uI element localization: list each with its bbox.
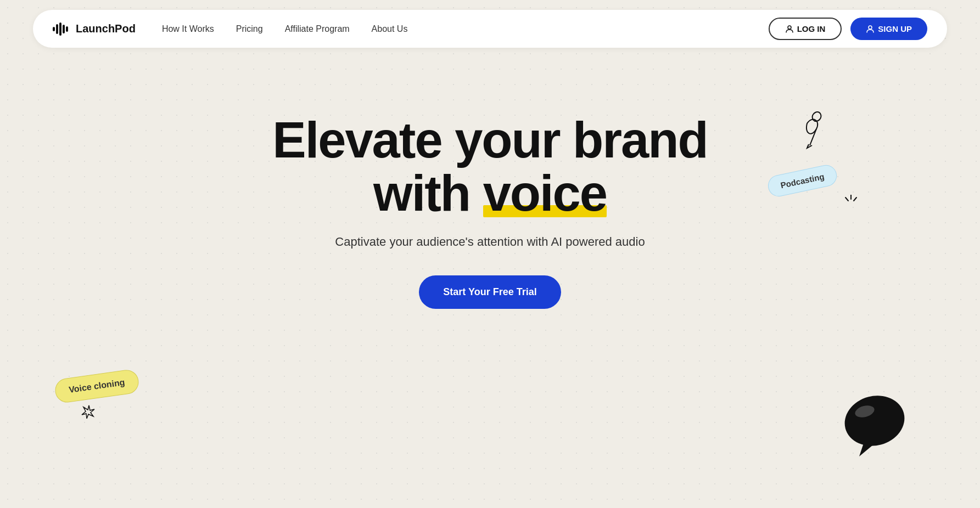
login-label: LOG IN (797, 24, 826, 33)
cta-button[interactable]: Start Your Free Trial (419, 275, 561, 309)
svg-point-5 (788, 26, 791, 29)
voice-cloning-decoration: Voice cloning (55, 374, 139, 398)
spark-decoration (81, 404, 97, 423)
user-plus-icon (866, 25, 875, 33)
logo-text: LaunchPod (76, 22, 136, 35)
nav-link-pricing[interactable]: Pricing (236, 24, 263, 33)
user-icon (785, 25, 794, 33)
nav-link-about[interactable]: About Us (372, 24, 408, 33)
hero-title-line1: Elevate your brand (272, 112, 707, 168)
signup-label: SIGN UP (878, 24, 912, 33)
hero-title-highlight: voice (483, 167, 607, 220)
squiggle-svg (777, 107, 826, 162)
hero-subtitle: Captivate your audience's attention with… (0, 235, 980, 249)
logo[interactable]: LaunchPod (53, 21, 136, 37)
speech-bubble-decoration (837, 391, 914, 464)
podcasting-decoration: Podcasting (768, 170, 837, 191)
svg-rect-0 (53, 27, 55, 31)
squiggle-decoration (777, 107, 826, 164)
nav-right: LOG IN SIGN UP (769, 18, 927, 40)
svg-rect-1 (56, 24, 58, 34)
svg-line-8 (854, 197, 856, 201)
nav-item-about[interactable]: About Us (372, 24, 408, 34)
nav-item-affiliate[interactable]: Affiliate Program (285, 24, 350, 34)
speech-bubble-svg (837, 391, 914, 462)
svg-point-6 (869, 26, 872, 29)
nav-link-affiliate[interactable]: Affiliate Program (285, 24, 350, 33)
nav-links: How It Works Pricing Affiliate Program A… (162, 24, 408, 34)
svg-rect-2 (59, 22, 61, 36)
nav-item-pricing[interactable]: Pricing (236, 24, 263, 34)
navbar: LaunchPod How It Works Pricing Affiliate… (33, 10, 947, 48)
logo-icon (53, 21, 70, 37)
signup-button[interactable]: SIGN UP (850, 18, 927, 40)
podcasting-lines (843, 195, 859, 214)
login-button[interactable]: LOG IN (769, 18, 842, 40)
svg-rect-4 (66, 26, 68, 32)
spark-svg (81, 404, 97, 420)
nav-left: LaunchPod How It Works Pricing Affiliate… (53, 21, 407, 37)
svg-rect-3 (63, 25, 65, 33)
lines-svg (843, 195, 859, 211)
voice-cloning-pill: Voice cloning (54, 369, 140, 404)
nav-item-how-it-works[interactable]: How It Works (162, 24, 214, 34)
hero-title: Elevate your brand with voice (0, 114, 980, 219)
svg-line-9 (845, 197, 848, 201)
nav-link-how-it-works[interactable]: How It Works (162, 24, 214, 33)
hero-title-line2-prefix: with (373, 165, 483, 221)
